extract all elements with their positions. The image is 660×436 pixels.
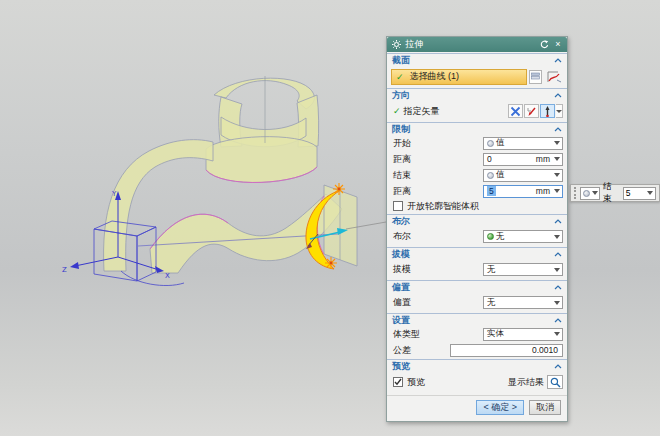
body-type-value: 实体 — [487, 328, 504, 340]
chevron-up-icon — [554, 318, 562, 323]
offset-dropdown[interactable]: 无 — [483, 296, 563, 309]
chevron-up-icon — [554, 252, 562, 257]
dropdown-caret — [554, 301, 560, 305]
offset-label: 偏置 — [393, 296, 411, 309]
floatbar-end-label: 结束 — [603, 181, 620, 205]
body-type-row: 体类型 实体 — [387, 326, 567, 342]
boolean-value: 无 — [496, 231, 505, 243]
chevron-up-icon — [554, 93, 562, 98]
preview-toggle-group: 预览 — [393, 376, 425, 389]
chevron-up-icon — [554, 364, 562, 369]
start-label: 开始 — [393, 137, 411, 150]
section-header-offset[interactable]: 偏置 — [387, 280, 567, 293]
checkmark-icon — [394, 378, 402, 386]
start-type-dropdown[interactable]: 值 — [483, 137, 563, 150]
direction-header-label: 方向 — [392, 89, 410, 102]
select-curve-row: ✓ 选择曲线 (1) — [387, 66, 567, 87]
end-distance-unit: mm — [536, 186, 550, 196]
boolean-dropdown[interactable]: 无 — [483, 230, 563, 243]
boolean-row: 布尔 无 — [387, 227, 567, 246]
specify-vector-icon[interactable] — [540, 104, 555, 118]
dialog-footer: < 确定 > 取消 — [387, 395, 567, 421]
limits-header-label: 限制 — [392, 123, 410, 136]
boolean-header-label: 布尔 — [392, 215, 410, 228]
check-icon: ✓ — [393, 106, 401, 116]
close-icon[interactable]: × — [553, 40, 563, 50]
preview-header-label: 预览 — [392, 360, 410, 373]
ok-button[interactable]: < 确定 > — [476, 400, 524, 415]
dropdown-caret — [554, 268, 560, 272]
floatbar-end-distance-value: 5 — [626, 188, 631, 198]
vector-tool-cluster — [508, 104, 563, 118]
select-curve-field[interactable]: ✓ 选择曲线 (1) — [391, 69, 527, 85]
start-distance-value: 0 — [487, 154, 492, 164]
open-profile-row: 开放轮廓智能体积 — [387, 199, 567, 213]
section-header-direction[interactable]: 方向 — [387, 88, 567, 101]
vector-constructor-icon[interactable] — [524, 104, 539, 118]
end-option-dropdown[interactable] — [580, 187, 600, 200]
dialog-options-gear-icon[interactable] — [391, 40, 401, 50]
sketch-section-icon[interactable] — [544, 68, 563, 85]
section-header-boolean[interactable]: 布尔 — [387, 214, 567, 227]
end-distance-value: 5 — [487, 186, 496, 196]
chevron-up-icon — [554, 58, 562, 63]
end-type-value: 值 — [496, 169, 505, 181]
end-distance-row: 距离 5 mm — [387, 183, 567, 199]
z-axis-arrow — [70, 262, 79, 269]
chevron-up-icon — [554, 127, 562, 132]
dropdown-caret — [554, 157, 560, 161]
end-distance-field[interactable]: 5 mm — [483, 185, 563, 198]
chevron-up-icon — [554, 219, 562, 224]
tolerance-label: 公差 — [393, 344, 411, 357]
boolean-none-icon — [487, 233, 494, 240]
floatbar-end-distance-field[interactable]: 5 — [623, 187, 656, 200]
specify-vector-row: ✓指定矢量 — [387, 101, 567, 121]
cancel-button[interactable]: 取消 — [529, 400, 561, 415]
drag-grip[interactable] — [574, 187, 577, 199]
show-result-label: 显示结果 — [508, 376, 544, 389]
end-type-dropdown[interactable]: 值 — [483, 169, 563, 182]
open-profile-checkbox[interactable] — [393, 201, 403, 211]
tolerance-value: 0.0010 — [532, 345, 558, 355]
dropdown-caret — [554, 235, 560, 239]
onscreen-input-bar[interactable]: 结束 5 — [570, 184, 660, 202]
x-axis-label: X — [165, 272, 170, 280]
draft-row: 拔模 无 — [387, 260, 567, 279]
dropdown-caret — [554, 141, 560, 145]
preview-checkbox[interactable] — [393, 377, 403, 387]
preview-row: 预览 显示结果 — [387, 372, 567, 392]
body-type-dropdown[interactable]: 实体 — [483, 328, 563, 341]
section-header-limits[interactable]: 限制 — [387, 122, 567, 135]
end-distance-label: 距离 — [393, 185, 411, 198]
boolean-label: 布尔 — [393, 230, 411, 243]
offset-row: 偏置 无 — [387, 293, 567, 312]
inverse-direction-icon[interactable] — [508, 104, 523, 118]
z-axis-label: Z — [62, 266, 67, 274]
dropdown-caret — [554, 332, 560, 336]
start-distance-field[interactable]: 0 mm — [483, 153, 563, 166]
tolerance-field[interactable]: 0.0010 — [450, 344, 563, 357]
section-header-section[interactable]: 截面 — [387, 53, 567, 66]
show-result-magnifier-icon[interactable] — [547, 375, 563, 389]
section-header-preview[interactable]: 预览 — [387, 359, 567, 372]
section-header-draft[interactable]: 拔模 — [387, 247, 567, 260]
dropdown-caret — [592, 191, 598, 195]
settings-header-label: 设置 — [392, 314, 410, 327]
dropdown-caret — [647, 191, 653, 195]
curve-rule-icon[interactable] — [529, 70, 542, 84]
vector-dropdown-caret[interactable] — [556, 104, 563, 118]
offset-value: 无 — [487, 297, 496, 309]
draft-header-label: 拔模 — [392, 248, 410, 261]
check-icon: ✓ — [396, 72, 404, 82]
dialog-title: 拉伸 — [405, 38, 423, 51]
collar-band[interactable] — [206, 137, 317, 183]
start-type-value: 值 — [496, 137, 505, 149]
dialog-titlebar[interactable]: 拉伸 × — [387, 37, 567, 52]
offset-header-label: 偏置 — [392, 281, 410, 294]
specify-vector-label: ✓指定矢量 — [393, 105, 440, 118]
draft-dropdown[interactable]: 无 — [483, 263, 563, 276]
start-row: 开始 值 — [387, 135, 567, 151]
draft-label: 拔模 — [393, 263, 411, 276]
reset-icon[interactable] — [539, 40, 549, 50]
section-header-settings[interactable]: 设置 — [387, 313, 567, 326]
